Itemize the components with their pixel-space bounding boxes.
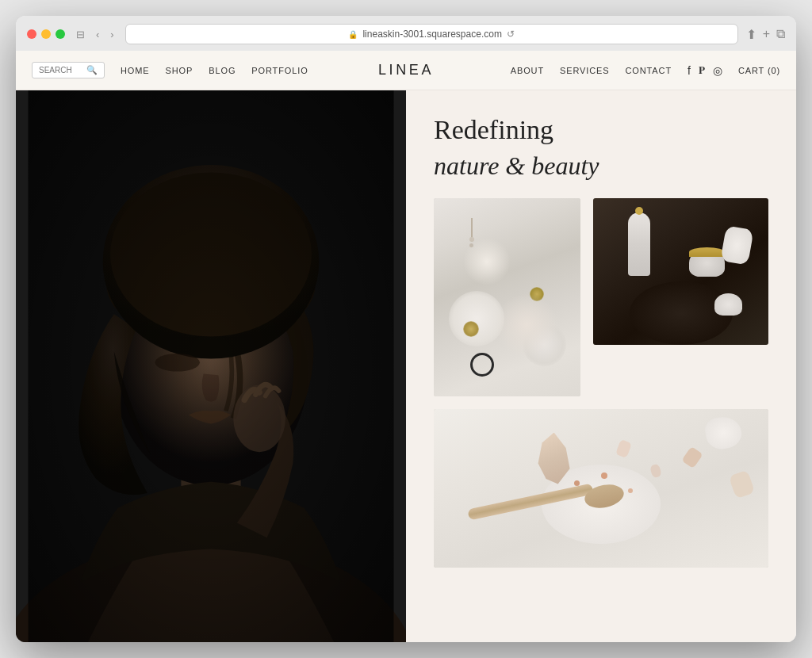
browser-chrome: ⊟ ‹ › lineaskin-3001.squarespace.com ↺ ⬆… bbox=[16, 16, 796, 51]
search-bar[interactable]: 🔍 bbox=[32, 62, 105, 78]
traffic-lights bbox=[27, 29, 65, 39]
instagram-icon[interactable]: ◎ bbox=[713, 64, 722, 77]
url-text: lineaskin-3001.squarespace.com bbox=[362, 29, 501, 40]
browser-window: ⊟ ‹ › lineaskin-3001.squarespace.com ↺ ⬆… bbox=[16, 16, 796, 642]
nav-contact[interactable]: CONTACT bbox=[626, 66, 672, 75]
forward-button[interactable]: › bbox=[107, 27, 117, 42]
headline-line1: Redefining bbox=[434, 114, 768, 147]
website: 🔍 HOME SHOP BLOG PORTFOLIO LINEA ABOUT S… bbox=[16, 51, 796, 642]
hero-photo bbox=[16, 90, 406, 642]
nav-portfolio[interactable]: PORTFOLIO bbox=[251, 66, 308, 75]
share-icon[interactable]: ⬆ bbox=[746, 27, 756, 42]
main-content: Redefining nature & beauty bbox=[16, 90, 796, 642]
cart-button[interactable]: CART (0) bbox=[738, 66, 780, 75]
hero-headline: Redefining nature & beauty bbox=[434, 114, 768, 182]
nav-home[interactable]: HOME bbox=[121, 66, 150, 75]
nav-shop[interactable]: SHOP bbox=[166, 66, 193, 75]
back-button[interactable]: ‹ bbox=[93, 27, 102, 42]
search-input[interactable] bbox=[39, 66, 82, 75]
nav-left: 🔍 HOME SHOP BLOG PORTFOLIO bbox=[32, 62, 308, 78]
pinterest-icon[interactable]: 𝐏 bbox=[699, 64, 705, 77]
browser-actions: ⬆ + ⧉ bbox=[746, 27, 785, 42]
photo-row-top bbox=[434, 198, 768, 396]
lock-icon bbox=[348, 29, 358, 40]
search-icon[interactable]: 🔍 bbox=[86, 65, 98, 75]
copy-window-icon[interactable]: ⧉ bbox=[776, 27, 785, 42]
browser-controls: ⊟ ‹ › bbox=[73, 27, 117, 42]
facebook-icon[interactable]: f bbox=[688, 64, 691, 77]
site-navigation: 🔍 HOME SHOP BLOG PORTFOLIO LINEA ABOUT S… bbox=[16, 51, 796, 90]
nav-right: ABOUT SERVICES CONTACT f 𝐏 ◎ CART (0) bbox=[511, 64, 780, 77]
skincare-jars-photo bbox=[593, 198, 768, 345]
window-icon[interactable]: ⊟ bbox=[73, 27, 88, 42]
woman-portrait bbox=[16, 90, 406, 642]
svg-rect-9 bbox=[29, 90, 394, 642]
social-links: f 𝐏 ◎ bbox=[688, 64, 722, 77]
minimize-button[interactable] bbox=[41, 29, 51, 39]
nav-about[interactable]: ABOUT bbox=[511, 66, 544, 75]
new-tab-icon[interactable]: + bbox=[763, 27, 770, 42]
roller-crystals-photo bbox=[434, 409, 768, 568]
beauty-items-photo bbox=[434, 198, 580, 396]
close-button[interactable] bbox=[27, 29, 36, 39]
headline-line2: nature & beauty bbox=[434, 150, 768, 182]
reload-icon[interactable]: ↺ bbox=[507, 29, 515, 40]
photo-grid bbox=[434, 198, 768, 568]
nav-blog[interactable]: BLOG bbox=[209, 66, 236, 75]
maximize-button[interactable] bbox=[56, 29, 65, 39]
site-logo[interactable]: LINEA bbox=[378, 62, 434, 78]
address-bar[interactable]: lineaskin-3001.squarespace.com ↺ bbox=[125, 24, 738, 44]
nav-services[interactable]: SERVICES bbox=[560, 66, 609, 75]
content-side: Redefining nature & beauty bbox=[406, 90, 796, 642]
